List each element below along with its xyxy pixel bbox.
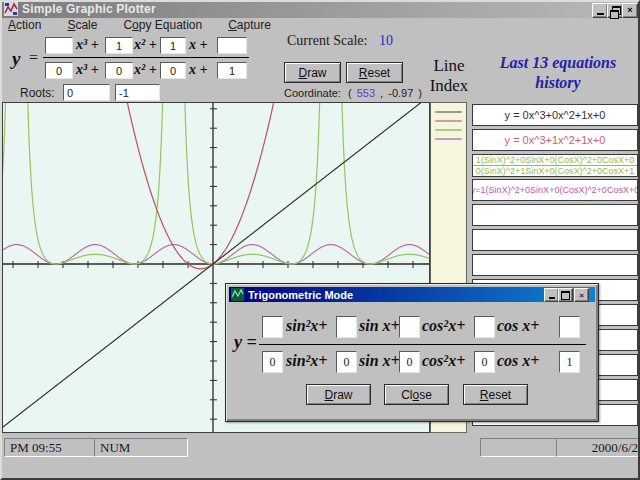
dialog-title: Trigonometric Mode — [248, 289, 353, 301]
line-index-label: Line Index — [424, 56, 474, 96]
trig-num-cos[interactable] — [474, 316, 495, 338]
menu-scale[interactable]: Scale — [61, 18, 103, 32]
dialog-close-action-button[interactable]: Close — [384, 384, 449, 405]
status-time: PM 09:55 — [4, 438, 100, 457]
den-coef-const[interactable]: 1 — [217, 62, 247, 79]
den-term-x1: x + — [189, 62, 207, 78]
history-slot-1[interactable]: y = 0x^3+0x^2+1x+0 — [472, 104, 638, 126]
line-sample-2 — [435, 120, 462, 122]
dialog-reset-button[interactable]: Reset — [463, 384, 528, 405]
trig-den-sin[interactable]: 0 — [336, 351, 357, 373]
root2-field[interactable]: -1 — [115, 84, 160, 101]
history-slot-5[interactable] — [472, 204, 638, 226]
equation-equals: = — [29, 49, 38, 67]
history-fraction-numerator: 1(SinX)^2+0SinX+0(CosX)^2+0CosX+0 — [473, 155, 637, 166]
line-sample-4 — [435, 138, 462, 140]
title-bar[interactable]: Simple Graphic Plotter — [0, 0, 640, 18]
dialog-close-icon: × — [579, 291, 584, 300]
history-slot-3[interactable]: 1(SinX)^2+0SinX+0(CosX)^2+0CosX+0 0(SinX… — [472, 154, 638, 177]
trig-term-sin: sin x+ — [359, 317, 400, 335]
den-term-x3: x³ + — [76, 62, 99, 78]
trig-den-cos2[interactable]: 0 — [399, 351, 420, 373]
status-date: 2000/6/2 — [556, 438, 640, 457]
root1-field[interactable]: 0 — [63, 84, 110, 101]
coordinate-x: 553 — [357, 87, 375, 99]
roots-label: Roots: — [20, 86, 55, 100]
num-term-x2: x² + — [134, 37, 157, 53]
status-spare — [480, 438, 565, 457]
trig-term-cos: cos x+ — [497, 317, 539, 335]
menu-action[interactable]: Action — [2, 18, 47, 32]
history-slot-4[interactable]: y=1(SinX)^2+0SinX+0(CosX)^2+0CosX+0 — [472, 179, 638, 201]
dialog-lhs: y = — [234, 332, 257, 353]
den-term-x2: x² + — [134, 62, 157, 78]
dialog-minimize-icon — [549, 297, 555, 299]
trig-term-sin2: sin²x+ — [286, 317, 327, 335]
menu-copy-equation[interactable]: Copy Equation — [117, 18, 208, 32]
dialog-minimize-button[interactable] — [544, 288, 559, 302]
reset-button[interactable]: Reset — [346, 62, 403, 83]
minimize-icon — [597, 13, 604, 15]
dialog-close-button[interactable]: × — [574, 288, 589, 302]
menu-capture[interactable]: Capture — [222, 18, 277, 32]
minimize-button[interactable] — [592, 3, 608, 18]
den-coef-x1[interactable]: 0 — [160, 62, 186, 79]
history-slot-7[interactable] — [472, 254, 638, 276]
trig-den-sin2[interactable]: 0 — [262, 351, 283, 373]
current-scale-label: Current Scale: — [287, 33, 367, 48]
current-scale-value: 10 — [379, 33, 393, 48]
trig-den-const[interactable]: 1 — [559, 351, 580, 373]
close-icon: × — [627, 6, 632, 15]
status-num-lock: NUM — [94, 438, 188, 457]
draw-button[interactable]: Draw — [284, 62, 341, 83]
trig-num-cos2[interactable] — [399, 316, 420, 338]
restore-icon — [612, 6, 621, 15]
current-scale: Current Scale: 10 — [287, 33, 393, 49]
den-coef-x2[interactable]: 0 — [105, 62, 133, 79]
num-coef-x2[interactable]: 1 — [105, 37, 133, 54]
dialog-icon — [231, 288, 244, 301]
dialog-fraction-bar — [259, 344, 586, 345]
trig-mode-dialog: Trigonometric Mode × y = sin²x+ sin x+ c… — [225, 283, 599, 422]
trig-den-cos[interactable]: 0 — [474, 351, 495, 373]
coordinate-readout: Coordinate: ( 553 , -0.97 ) — [284, 87, 422, 99]
app-icon — [4, 2, 18, 16]
dialog-title-bar[interactable]: Trigonometric Mode × — [229, 287, 595, 302]
dialog-maximize-icon — [561, 291, 570, 300]
restore-button[interactable] — [607, 3, 623, 18]
num-coef-const[interactable] — [217, 37, 247, 54]
coordinate-label: Coordinate: — [284, 87, 341, 99]
num-coef-x1[interactable]: 1 — [160, 37, 186, 54]
trig-num-sin[interactable] — [336, 316, 357, 338]
dialog-maximize-button[interactable] — [558, 288, 573, 302]
equation-lhs: y — [12, 48, 20, 70]
history-slot-2[interactable]: y = 0x^3+1x^2+1x+0 — [472, 129, 638, 151]
fraction-bar — [43, 57, 249, 58]
num-coef-x3[interactable] — [45, 37, 73, 54]
window-title: Simple Graphic Plotter — [22, 2, 156, 16]
line-sample-1 — [435, 111, 462, 113]
num-term-x3: x³ + — [76, 37, 99, 53]
history-title: Last 13 equations history — [478, 53, 638, 93]
history-fraction-denominator: 0(SinX)^2+1SinX+0(CosX)^2+0CosX+1 — [473, 166, 637, 176]
menu-bar: Action Scale Copy Equation Capture — [0, 18, 640, 32]
dialog-draw-button[interactable]: Draw — [306, 384, 371, 405]
num-term-x1: x + — [189, 37, 207, 53]
line-sample-3 — [435, 129, 462, 131]
close-button[interactable]: × — [622, 3, 638, 18]
coordinate-y: -0.97 — [388, 87, 413, 99]
trig-num-const[interactable] — [559, 316, 580, 338]
history-slot-6[interactable] — [472, 229, 638, 251]
trig-num-sin2[interactable] — [262, 316, 283, 338]
trig-term-cos2: cos²x+ — [422, 317, 465, 335]
den-coef-x3[interactable]: 0 — [45, 62, 73, 79]
